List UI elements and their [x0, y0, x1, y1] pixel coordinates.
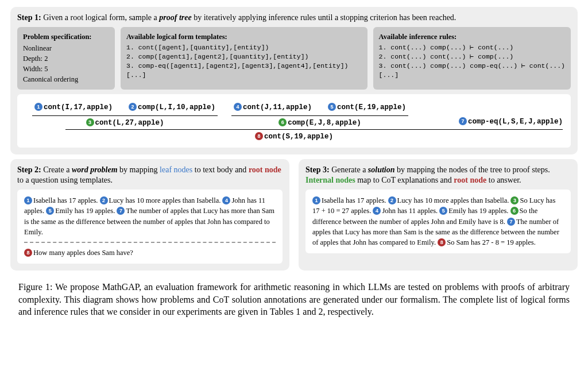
node-3: 3cont(L,27,apple) [32, 117, 218, 128]
node-8: 8cont(S,19,apple) [25, 131, 563, 142]
s3-badge-1-icon: 1 [312, 196, 320, 204]
s3-badge-6-icon: 6 [510, 207, 519, 215]
spec-line-2: Width: 5 [23, 64, 109, 74]
step1-label: Step 1: [17, 13, 41, 22]
templates-code: 1. cont([agent],[quantity],[entity]) 2. … [126, 43, 362, 80]
badge-2-icon: 2 [129, 103, 137, 111]
node-7: 7comp-eq(L,S,E,J,apple) [459, 116, 563, 127]
templates-title: Available logical form templates: [126, 32, 362, 42]
subtree-right: 7comp-eq(L,S,E,J,apple) [459, 116, 563, 128]
s3-badge-3-icon: 3 [510, 196, 519, 204]
s3-badge-4-icon: 4 [373, 207, 381, 215]
spec-title: Problem specification: [23, 32, 109, 42]
step2-header: Step 2: Create a word problem by mapping… [17, 165, 283, 187]
step1-header: Step 1: Given a root logical form, sampl… [17, 13, 571, 24]
rules-title: Available inference rules: [379, 32, 565, 42]
s2-badge-2-icon: 2 [100, 196, 108, 204]
badge-5-icon: 5 [328, 103, 336, 111]
s2-badge-4-icon: 4 [222, 196, 230, 204]
templates-card: Available logical form templates: 1. con… [121, 27, 368, 90]
s3-badge-8-icon: 8 [438, 238, 446, 246]
root-node-text: root node [249, 165, 281, 174]
s2-badge-1-icon: 1 [24, 196, 32, 204]
badge-8-icon: 8 [255, 132, 263, 140]
badge-7-icon: 7 [459, 117, 467, 125]
spec-line-3: Canonical ordering [23, 74, 109, 84]
step3-label: Step 3: [305, 165, 330, 174]
node-1: 1cont(I,17,apple) [34, 102, 113, 113]
node-6: 6comp(E,J,8,apple) [231, 117, 408, 128]
step2-panel: Step 2: Create a word problem by mapping… [10, 159, 289, 271]
step1-cards-row: Problem specification: Nonlinear Depth: … [17, 27, 571, 90]
leaf-nodes-text: leaf nodes [160, 165, 192, 174]
figure-caption: Figure 1: We propose MathGAP, an evaluat… [18, 281, 570, 318]
badge-4-icon: 4 [234, 103, 242, 111]
s2-badge-8-icon: 8 [24, 249, 32, 257]
s3-badge-2-icon: 2 [388, 196, 396, 204]
step3-panel: Step 3: Generate a solution by mapping t… [299, 159, 578, 271]
rules-card: Available inference rules: 1. cont(...) … [373, 27, 571, 90]
problem-spec-card: Problem specification: Nonlinear Depth: … [17, 27, 115, 90]
spec-line-1: Depth: 2 [23, 53, 109, 64]
subtree-left: 1cont(I,17,apple) 2comp(L,I,10,apple) 3c… [32, 100, 218, 128]
badge-6-icon: 6 [278, 118, 287, 126]
steps-2-3-row: Step 2: Create a word problem by mapping… [10, 159, 578, 275]
step2-label: Step 2: [17, 165, 41, 174]
s2-badge-7-icon: 7 [117, 207, 125, 215]
step1-desc-em: proof tree [159, 13, 191, 22]
step2-body: 1Isabella has 17 apples. 2Lucy has 10 mo… [17, 190, 283, 264]
badge-1-icon: 1 [34, 103, 42, 111]
badge-3-icon: 3 [86, 118, 94, 126]
node-2: 2comp(L,I,10,apple) [129, 102, 215, 113]
root-node-text-3: root node [454, 176, 486, 184]
step1-desc-tail: by iteratively applying inference rules … [192, 13, 457, 22]
step1-panel: Step 1: Given a root logical form, sampl… [10, 7, 578, 154]
step1-desc-pre: Given a root logical form, sample a [43, 13, 159, 22]
step2-question: 8How many apples does Sam have? [24, 242, 276, 258]
proof-tree: 1cont(I,17,apple) 2comp(L,I,10,apple) 3c… [17, 94, 571, 148]
s3-badge-7-icon: 7 [507, 218, 515, 226]
internal-nodes-text: Internal nodes [305, 176, 355, 184]
s3-badge-5-icon: 5 [439, 207, 447, 215]
subtree-mid: 4cont(J,11,apple) 5cont(E,19,apple) 6com… [231, 100, 408, 128]
step3-body: 1Isabella has 17 apples. 2Lucy has 10 mo… [305, 190, 571, 253]
node-5: 5cont(E,19,apple) [328, 102, 406, 113]
rules-code: 1. cont(...) comp(...) ⊢ cont(...) 2. co… [379, 43, 565, 80]
spec-line-0: Nonlinear [23, 43, 109, 53]
node-4: 4cont(J,11,apple) [234, 102, 312, 113]
s2-badge-5-icon: 5 [46, 207, 54, 215]
step3-header: Step 3: Generate a solution by mapping t… [305, 165, 571, 187]
